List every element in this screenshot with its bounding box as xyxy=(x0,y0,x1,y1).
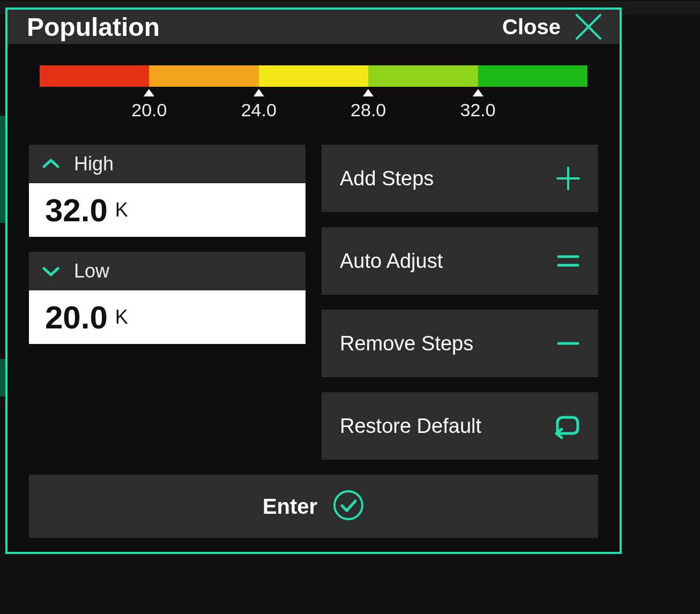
remove-steps-label: Remove Steps xyxy=(340,332,473,355)
close-button[interactable]: Close xyxy=(502,12,604,42)
minus-icon xyxy=(554,330,582,357)
legend-tick-label: 28.0 xyxy=(351,100,386,121)
equals-icon xyxy=(554,247,582,275)
legend-tick: 32.0 xyxy=(460,89,496,121)
auto-adjust-button[interactable]: Auto Adjust xyxy=(322,227,598,295)
close-icon xyxy=(574,12,604,42)
color-bar xyxy=(40,65,587,87)
remove-steps-button[interactable]: Remove Steps xyxy=(322,310,598,377)
high-field: High 32.0 K xyxy=(29,145,306,237)
add-steps-button[interactable]: Add Steps xyxy=(322,145,598,212)
triangle-up-icon xyxy=(473,89,483,96)
check-circle-icon xyxy=(332,489,364,523)
population-dialog: Population Close 20.024.028.032.0 High xyxy=(5,8,622,554)
high-unit: K xyxy=(115,199,128,221)
legend-segment xyxy=(40,65,149,87)
legend-tick: 20.0 xyxy=(131,89,167,121)
low-unit: K xyxy=(115,306,128,328)
dialog-title: Population xyxy=(27,12,160,42)
high-value: 32.0 xyxy=(45,192,108,229)
plus-icon xyxy=(554,164,582,192)
color-legend: 20.024.028.032.0 xyxy=(40,65,587,119)
low-value-input[interactable]: 20.0 K xyxy=(29,290,306,344)
triangle-up-icon xyxy=(144,89,154,96)
dialog-header: Population Close xyxy=(8,10,620,44)
legend-tick: 24.0 xyxy=(241,89,277,121)
close-label: Close xyxy=(502,15,561,39)
high-value-input[interactable]: 32.0 K xyxy=(29,183,306,237)
restore-default-label: Restore Default xyxy=(340,415,481,438)
legend-segment xyxy=(478,65,587,87)
enter-button[interactable]: Enter xyxy=(29,475,598,538)
legend-segment xyxy=(149,65,258,87)
low-field: Low 20.0 K xyxy=(29,252,306,344)
low-value: 20.0 xyxy=(45,299,108,336)
chevron-up-icon xyxy=(42,155,60,173)
legend-segment xyxy=(259,65,368,87)
legend-tick-label: 24.0 xyxy=(241,100,277,121)
color-ticks: 20.024.028.032.0 xyxy=(40,89,587,119)
svg-point-7 xyxy=(334,491,362,519)
low-header[interactable]: Low xyxy=(29,252,306,290)
high-label: High xyxy=(74,153,114,175)
return-icon xyxy=(550,410,582,442)
auto-adjust-label: Auto Adjust xyxy=(340,250,443,273)
legend-segment xyxy=(368,65,478,87)
add-steps-label: Add Steps xyxy=(340,167,434,190)
chevron-down-icon xyxy=(42,262,60,280)
triangle-up-icon xyxy=(254,89,264,96)
legend-tick-label: 20.0 xyxy=(131,100,167,121)
triangle-up-icon xyxy=(363,89,374,96)
legend-tick: 28.0 xyxy=(351,89,386,121)
high-header[interactable]: High xyxy=(29,145,306,183)
legend-tick-label: 32.0 xyxy=(460,100,496,121)
low-label: Low xyxy=(74,260,109,282)
enter-label: Enter xyxy=(263,495,317,519)
restore-default-button[interactable]: Restore Default xyxy=(322,392,598,460)
